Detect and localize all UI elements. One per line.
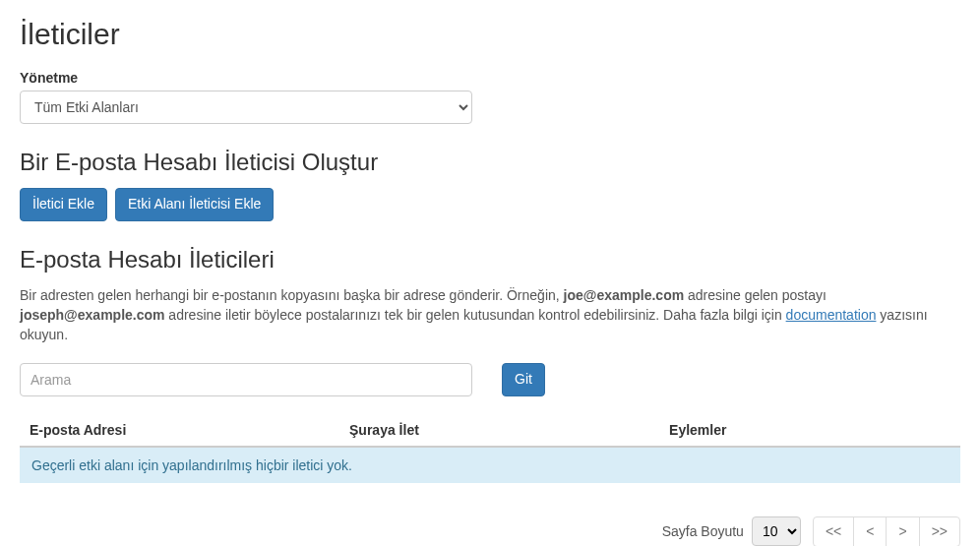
col-email-header: E-posta Adresi bbox=[20, 414, 339, 447]
manage-label: Yönetme bbox=[20, 70, 960, 86]
documentation-link[interactable]: documentation bbox=[786, 307, 877, 323]
pager-last-button[interactable]: >> bbox=[919, 516, 960, 546]
col-actions-header: Eylemler bbox=[659, 414, 960, 447]
create-forwarder-heading: Bir E-posta Hesabı İleticisi Oluştur bbox=[20, 149, 960, 176]
page-size-select[interactable]: 10 bbox=[752, 516, 801, 546]
pager-next-button[interactable]: > bbox=[886, 516, 919, 546]
forwarders-table: E-posta Adresi Şuraya İlet Eylemler Geçe… bbox=[20, 414, 960, 483]
table-empty-row: Geçerli etki alanı için yapılandırılmış … bbox=[20, 447, 960, 483]
go-button[interactable]: Git bbox=[502, 363, 545, 396]
pager-first-button[interactable]: << bbox=[813, 516, 854, 546]
pager-prev-button[interactable]: < bbox=[853, 516, 887, 546]
page-title: İleticiler bbox=[20, 18, 960, 50]
page-size-label: Sayfa Boyutu bbox=[662, 523, 744, 539]
forwarders-list-heading: E-posta Hesabı İleticileri bbox=[20, 246, 960, 273]
col-forward-to-header: Şuraya İlet bbox=[339, 414, 659, 447]
forwarders-description: Bir adresten gelen herhangi bir e-postan… bbox=[20, 285, 960, 345]
manage-domain-select[interactable]: Tüm Etki Alanları bbox=[20, 91, 472, 124]
add-domain-forwarder-button[interactable]: Etki Alanı İleticisi Ekle bbox=[115, 188, 274, 221]
pager: Sayfa Boyutu 10 << < > >> bbox=[20, 513, 960, 546]
search-input[interactable] bbox=[20, 363, 472, 396]
add-forwarder-button[interactable]: İletici Ekle bbox=[20, 188, 107, 221]
